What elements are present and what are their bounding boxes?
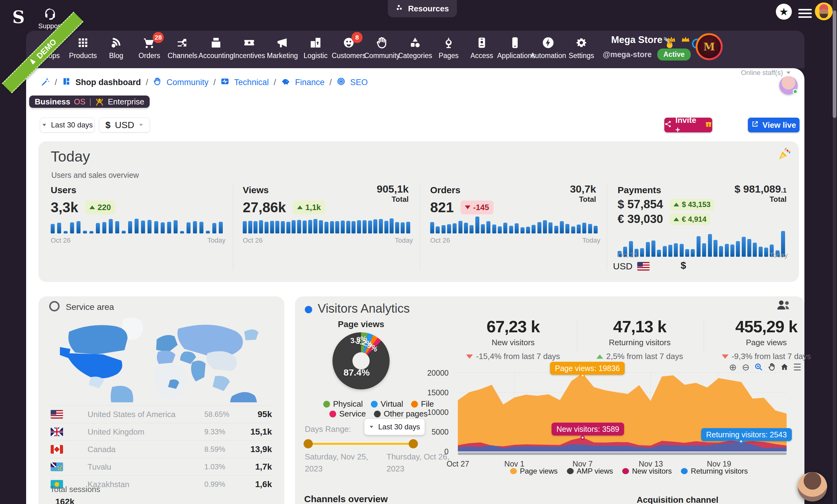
stat-label: New visitors <box>452 338 575 347</box>
bar <box>83 231 87 233</box>
country-name: Kazakhstan <box>88 480 204 489</box>
world-map[interactable] <box>48 310 278 402</box>
bar <box>330 221 334 233</box>
country-name: Tuvalu <box>88 462 204 472</box>
breadcrumb-link-community[interactable]: Community <box>166 78 209 87</box>
pie-legend-service[interactable]: Service <box>330 409 366 419</box>
legend-returning-visitors[interactable]: Returning visitors <box>681 467 748 475</box>
plan-badge: Business OS | Enterprise <box>29 95 150 108</box>
breadcrumb-link-technical[interactable]: Technical <box>234 78 269 87</box>
staff-avatar[interactable] <box>779 76 798 95</box>
country-row: Tuvalu 1.03% 1,7k <box>51 458 272 475</box>
legend-new-visitors[interactable]: New visitors <box>622 467 672 475</box>
breadcrumb-link-finance[interactable]: Finance <box>295 78 324 87</box>
nav-channels[interactable]: Channels <box>165 36 200 60</box>
pie-legend-virtual[interactable]: Virtual <box>371 399 403 409</box>
bar <box>588 224 592 233</box>
shapes-icon <box>409 45 422 50</box>
bar <box>719 246 723 257</box>
share-icon <box>664 120 672 130</box>
legend-dot <box>330 411 336 417</box>
nav-incentives[interactable]: Incentives <box>231 36 267 60</box>
nav-accounting[interactable]: Accounting <box>198 36 234 60</box>
chart-menu-icon[interactable]: ☰ <box>792 362 803 372</box>
nav-settings[interactable]: Settings <box>564 36 599 60</box>
tuvalu-flag-icon <box>51 463 63 471</box>
invite-button[interactable]: Invite + <box>664 118 712 132</box>
customers-badge: 8 <box>352 32 362 43</box>
bar <box>554 226 558 233</box>
people-icon[interactable] <box>776 299 791 313</box>
bar <box>401 222 405 233</box>
store-info[interactable]: Mega Store @mega-store Active <box>603 34 691 60</box>
new-visitors-marker <box>581 435 585 440</box>
bar <box>509 226 513 233</box>
view-live-button[interactable]: View live <box>748 118 800 132</box>
favorites-star-button[interactable]: ★ <box>776 4 792 20</box>
nav-logistic[interactable]: Logistic <box>298 36 333 60</box>
bar <box>459 221 462 233</box>
hamburger-icon <box>798 9 812 18</box>
bar <box>730 245 734 257</box>
menu-button[interactable] <box>798 7 812 20</box>
visitors-area-chart[interactable] <box>458 368 787 457</box>
resources-button[interactable]: Resources <box>388 0 457 17</box>
pie-legend-physical[interactable]: Physical <box>323 399 363 409</box>
users-bar-chart <box>51 215 223 233</box>
bar <box>475 217 479 233</box>
payments-eur-value: € 39,030 <box>618 213 663 226</box>
days-range-slider-track[interactable] <box>307 443 413 445</box>
nav-label: Applications <box>497 52 533 60</box>
bar <box>212 223 216 233</box>
nav-pages[interactable]: Pages <box>431 36 466 60</box>
nav-community[interactable]: Community <box>364 36 400 60</box>
axis-end-label: Today <box>208 236 226 245</box>
support-chat-avatar[interactable] <box>798 472 827 502</box>
nav-access[interactable]: Access <box>464 36 500 60</box>
country-percent: 58.65% <box>204 410 244 419</box>
acquisition-channel-title: Acquisition channel <box>637 495 718 504</box>
nav-applications[interactable]: Applications <box>497 36 533 60</box>
nav-customers[interactable]: 8 Customers <box>331 36 367 60</box>
date-range-dropdown[interactable]: Last 30 days <box>40 118 95 132</box>
bar <box>753 242 757 257</box>
bar <box>560 221 564 233</box>
user-avatar[interactable] <box>815 2 833 20</box>
views-metric-label: Views <box>243 185 269 195</box>
nav-products[interactable]: Products <box>65 36 101 60</box>
legend-page-views[interactable]: Page views <box>510 467 558 475</box>
bar <box>259 220 263 233</box>
blue-dot-icon <box>305 306 312 313</box>
online-staff-dropdown[interactable]: Online staff(s) <box>741 69 791 77</box>
nav-blog[interactable]: Blog <box>98 36 134 60</box>
nav-categories[interactable]: Categories <box>397 36 433 60</box>
breadcrumb-link-seo[interactable]: SEO <box>350 78 368 87</box>
scrollbar-thumb[interactable] <box>833 11 836 118</box>
app-logo[interactable]: S <box>12 7 24 27</box>
y-axis-tick: 5000 <box>415 428 449 436</box>
store-logo[interactable]: M <box>696 33 723 60</box>
compass-icon <box>442 45 455 50</box>
bar <box>89 231 93 233</box>
nav-automation[interactable]: Automation <box>530 36 566 60</box>
gift-icon <box>705 120 712 130</box>
views-total-value: 905,1k <box>335 183 409 195</box>
slider-handle-left[interactable] <box>304 439 313 448</box>
views-metric-value: 27,86k <box>243 199 286 216</box>
nav-marketing[interactable]: Marketing <box>265 36 300 60</box>
nav-label: Categories <box>397 52 433 60</box>
store-status-badge: Active <box>657 49 691 60</box>
nav-orders[interactable]: 28 Orders <box>131 36 167 60</box>
legend-amp-views[interactable]: AMP views <box>567 467 613 475</box>
pie-legend-file[interactable]: File <box>411 399 434 409</box>
nav-label: Pages <box>431 52 466 60</box>
bar <box>713 240 717 257</box>
currency-dropdown[interactable]: $ USD <box>99 118 150 132</box>
axis-end-label: Today <box>582 236 600 245</box>
plan-tier: Enterprise <box>108 97 144 107</box>
views-delta-badge: 1,1k <box>293 201 325 214</box>
bar <box>503 223 507 233</box>
triangle-down-icon <box>722 355 729 359</box>
chevron-down-icon <box>787 72 790 74</box>
axis-start-label: Oct 26 <box>430 236 450 245</box>
